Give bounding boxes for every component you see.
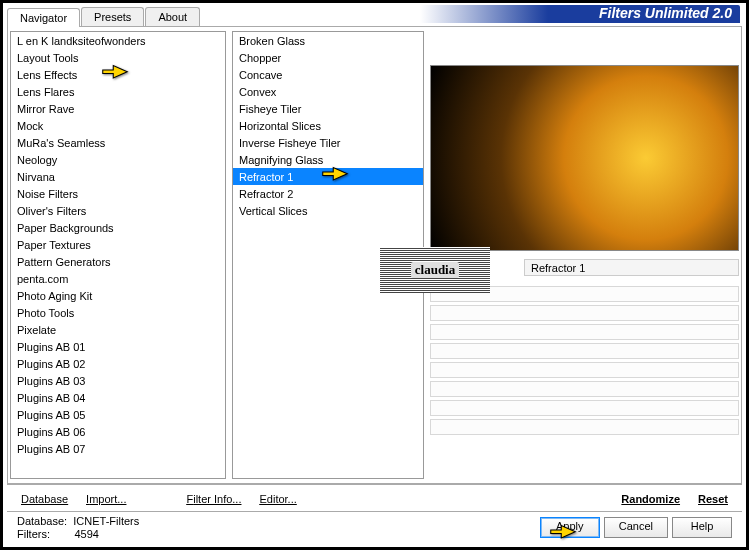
slider-2[interactable] — [430, 305, 739, 321]
list-item[interactable]: Refractor 2 — [233, 185, 423, 202]
tab-navigator[interactable]: Navigator — [7, 8, 80, 27]
category-column: L en K landksiteofwondersLayout ToolsLen… — [10, 31, 226, 479]
list-item[interactable]: Paper Backgrounds — [11, 219, 225, 236]
list-item[interactable]: Magnifying Glass — [233, 151, 423, 168]
list-item[interactable]: Photo Tools — [11, 304, 225, 321]
filter-info-button[interactable]: Filter Info... — [180, 491, 247, 507]
list-item[interactable]: Noise Filters — [11, 185, 225, 202]
editor-button[interactable]: Editor... — [253, 491, 302, 507]
help-button[interactable]: Help — [672, 517, 732, 538]
slider-8[interactable] — [430, 419, 739, 435]
list-item[interactable]: Broken Glass — [233, 32, 423, 49]
db-name: ICNET-Filters — [73, 515, 139, 527]
list-item[interactable]: Vertical Slices — [233, 202, 423, 219]
app-window: Filters Unlimited 2.0 Navigator Presets … — [3, 3, 746, 547]
preview-image — [430, 65, 739, 251]
slider-4[interactable] — [430, 343, 739, 359]
filters-label: Filters: — [17, 528, 50, 540]
list-item[interactable]: Plugins AB 04 — [11, 389, 225, 406]
title-bar: Filters Unlimited 2.0 — [420, 5, 740, 23]
list-item[interactable]: Pixelate — [11, 321, 225, 338]
list-item[interactable]: Fisheye Tiler — [233, 100, 423, 117]
randomize-button[interactable]: Randomize — [615, 491, 686, 507]
list-item[interactable]: Refractor 1 — [233, 168, 423, 185]
list-item[interactable]: MuRa's Seamless — [11, 134, 225, 151]
list-item[interactable]: Mirror Rave — [11, 100, 225, 117]
slider-5[interactable] — [430, 362, 739, 378]
list-item[interactable]: Paper Textures — [11, 236, 225, 253]
list-item[interactable]: Lens Flares — [11, 83, 225, 100]
status-info: Database: ICNET-Filters Filters: 4594 — [17, 515, 536, 541]
list-item[interactable]: Plugins AB 06 — [11, 423, 225, 440]
reset-button[interactable]: Reset — [692, 491, 734, 507]
list-item[interactable]: Mock — [11, 117, 225, 134]
list-item[interactable]: Oliver's Filters — [11, 202, 225, 219]
list-item[interactable]: Plugins AB 05 — [11, 406, 225, 423]
list-item[interactable]: L en K landksiteofwonders — [11, 32, 225, 49]
status-bar: Database: ICNET-Filters Filters: 4594 Ap… — [7, 511, 742, 543]
list-item[interactable]: penta.com — [11, 270, 225, 287]
list-item[interactable]: Nirvana — [11, 168, 225, 185]
slider-7[interactable] — [430, 400, 739, 416]
database-button[interactable]: Database — [15, 491, 74, 507]
list-item[interactable]: Chopper — [233, 49, 423, 66]
filters-count: 4594 — [74, 528, 98, 540]
list-item[interactable]: Photo Aging Kit — [11, 287, 225, 304]
apply-button[interactable]: Apply — [540, 517, 600, 538]
watermark-overlay: claudia — [380, 247, 490, 293]
list-item[interactable]: Pattern Generators — [11, 253, 225, 270]
list-item[interactable]: Plugins AB 02 — [11, 355, 225, 372]
list-item[interactable]: Horizontal Slices — [233, 117, 423, 134]
list-item[interactable]: Inverse Fisheye Tiler — [233, 134, 423, 151]
main-content: L en K landksiteofwondersLayout ToolsLen… — [7, 27, 742, 484]
list-item[interactable]: Plugins AB 01 — [11, 338, 225, 355]
slider-3[interactable] — [430, 324, 739, 340]
list-item[interactable]: Concave — [233, 66, 423, 83]
slider-6[interactable] — [430, 381, 739, 397]
tab-presets[interactable]: Presets — [81, 7, 144, 26]
list-item[interactable]: Plugins AB 03 — [11, 372, 225, 389]
list-item[interactable]: Plugins AB 07 — [11, 440, 225, 457]
list-item[interactable]: Convex — [233, 83, 423, 100]
slider-stack — [430, 282, 739, 479]
category-list[interactable]: L en K landksiteofwondersLayout ToolsLen… — [10, 31, 226, 479]
watermark-text: claudia — [411, 262, 459, 278]
import-button[interactable]: Import... — [80, 491, 132, 507]
cancel-button[interactable]: Cancel — [604, 517, 668, 538]
list-item[interactable]: Layout Tools — [11, 49, 225, 66]
db-label: Database: — [17, 515, 67, 527]
list-item[interactable]: Neology — [11, 151, 225, 168]
preview-pane: claudia Refractor 1 — [430, 31, 739, 479]
list-item[interactable]: Lens Effects — [11, 66, 225, 83]
filter-name-field: Refractor 1 — [524, 259, 739, 276]
tab-about[interactable]: About — [145, 7, 200, 26]
toolbar: Database Import... Filter Info... Editor… — [7, 484, 742, 511]
